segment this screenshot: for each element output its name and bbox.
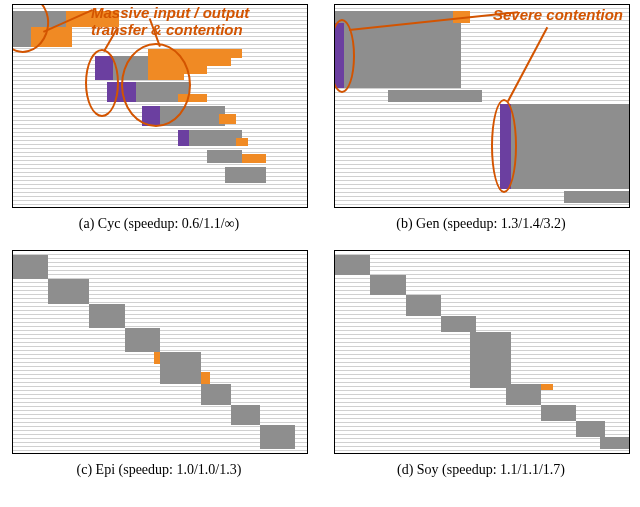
panel-grid: Massive input / output transfer & conten… <box>12 4 628 492</box>
caption-d: (d) Soy (speedup: 1.1/1.1/1.7) <box>334 454 628 492</box>
panel-a: Massive input / output transfer & conten… <box>12 4 306 246</box>
panel-b: Severe contention (b) Gen (speedup: 1.3/… <box>334 4 628 246</box>
panel-d: (d) Soy (speedup: 1.1/1.1/1.7) <box>334 250 628 492</box>
figure-grid: Massive input / output transfer & conten… <box>0 0 640 507</box>
annotation-a-line-3 <box>149 18 161 47</box>
annotation-b-line-2 <box>507 27 548 102</box>
caption-c: (c) Epi (speedup: 1.0/1.0/1.3) <box>12 454 306 492</box>
plot-c <box>12 250 308 454</box>
plot-b: Severe contention <box>334 4 630 208</box>
panel-c: (c) Epi (speedup: 1.0/1.0/1.3) <box>12 250 306 492</box>
annotation-b-label: Severe contention <box>493 7 623 24</box>
plot-d <box>334 250 630 454</box>
caption-b: (b) Gen (speedup: 1.3/1.4/3.2) <box>334 208 628 246</box>
plot-a: Massive input / output transfer & conten… <box>12 4 308 208</box>
caption-a: (a) Cyc (speedup: 0.6/1.1/∞) <box>12 208 306 246</box>
annotation-a-line-2 <box>103 28 118 52</box>
